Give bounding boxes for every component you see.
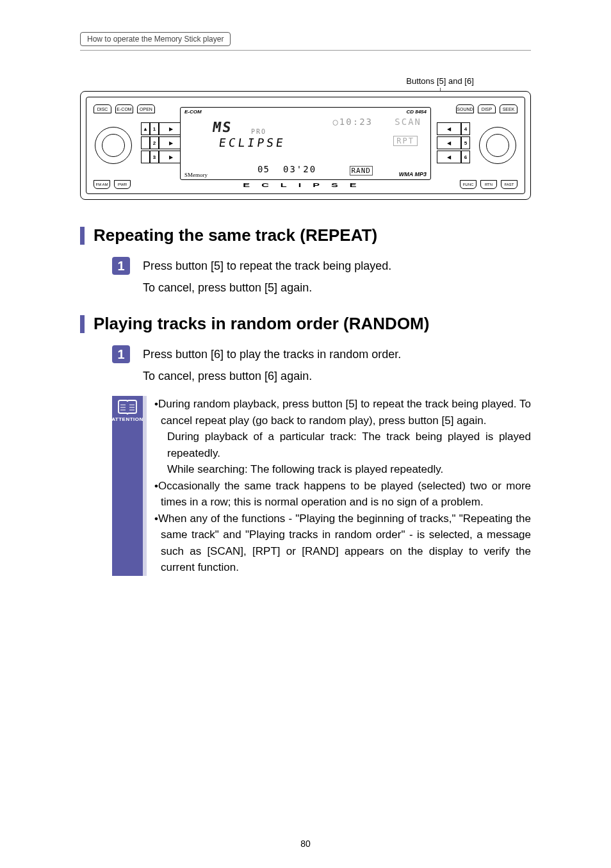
preset-1: 1 <box>150 122 159 135</box>
preset-5: 5 <box>461 136 470 149</box>
screen-sub: PRO <box>251 128 266 135</box>
disp-button: DISP <box>478 104 496 113</box>
attention-box: ATTENTION •During random playback, press… <box>112 396 531 576</box>
top-left-buttons: DISC E-COM OPEN <box>94 104 155 113</box>
bottom-right-buttons: FUNC RTN FAST <box>460 180 517 189</box>
step-instruction: Press button [6] to play the tracks in r… <box>143 348 401 361</box>
attention-badge: ATTENTION <box>112 396 143 576</box>
left-knob <box>95 127 132 164</box>
attention-bullet: •When any of the functions - "Playing th… <box>154 511 531 576</box>
left-presets: ▲1▶ 2▶ 3▶ <box>141 122 183 163</box>
attention-label: ATTENTION <box>111 416 143 422</box>
preset-6: 6 <box>461 151 470 163</box>
attention-subline: During playback of a particular track: T… <box>154 429 531 461</box>
top-right-buttons: SOUND DISP SEEK <box>456 104 517 113</box>
step-row: 1 Press button [5] to repeat the track b… <box>112 257 531 275</box>
right-presets: ◀4 ◀5 ◀6 <box>437 122 470 163</box>
section-body: To cancel, press button [6] again. <box>143 370 531 383</box>
fast-button: FAST <box>501 180 517 189</box>
pwr-button: PWR <box>114 180 131 189</box>
lcd-screen: E-COM CD 8454 MS PRO ○10:23 SCAN ECLIPSE… <box>180 107 431 180</box>
section-heading-repeat: Repeating the same track (REPEAT) <box>80 225 531 245</box>
section-body: To cancel, press button [5] again. <box>143 281 531 295</box>
attention-bullet: •During random playback, press button [5… <box>154 396 531 429</box>
section-accent-bar <box>80 227 85 245</box>
screen-brand-tl: E-COM <box>184 109 202 115</box>
screen-rpt: RPT <box>393 136 418 146</box>
diagram-annotation: Buttons [5] and [6] <box>349 76 531 86</box>
disc-button: DISC <box>94 104 111 113</box>
right-knob <box>479 127 516 164</box>
device-diagram: DISC E-COM OPEN SOUND DISP SEEK ▲1▶ 2▶ 3… <box>80 91 531 200</box>
screen-memory-label: SMemory <box>184 172 208 178</box>
attention-content: •During random playback, press button [5… <box>147 396 531 576</box>
step-row: 1 Press button [6] to play the tracks in… <box>112 345 531 363</box>
header-rule <box>80 50 531 51</box>
section-heading-random: Playing tracks in random order (RANDOM) <box>80 314 531 334</box>
seek-button: SEEK <box>500 104 517 113</box>
screen-elapsed: 03'20 <box>283 164 316 174</box>
step-number-badge: 1 <box>112 345 130 363</box>
preset-4: 4 <box>461 122 470 135</box>
step-number-badge: 1 <box>112 257 130 275</box>
device-brand: ECLIPSE <box>243 182 368 188</box>
bottom-left-buttons: FM AM PWR <box>94 180 131 189</box>
ecom-button: E-COM <box>115 104 133 113</box>
section-title: Repeating the same track (REPEAT) <box>94 225 377 245</box>
annotation-text: Buttons [5] and [6] <box>406 76 474 86</box>
fm-am-button: FM AM <box>94 180 110 189</box>
attention-subline: While searching: The following track is … <box>154 461 531 478</box>
preset-3: 3 <box>150 151 159 163</box>
screen-mode: MS <box>211 119 233 135</box>
rtn-button: RTN <box>480 180 497 189</box>
screen-clock: ○10:23 <box>332 117 373 127</box>
func-button: FUNC <box>460 180 477 189</box>
screen-rand: RAND <box>350 166 373 176</box>
screen-scan: SCAN <box>395 117 421 127</box>
preset-2: 2 <box>150 136 159 149</box>
screen-format-icons: WMA MP3 <box>399 171 427 177</box>
sound-button: SOUND <box>456 104 474 113</box>
book-icon <box>117 400 138 415</box>
breadcrumb: How to operate the Memory Stick player <box>80 32 231 46</box>
attention-bullet: •Occasionally the same track happens to … <box>154 478 531 511</box>
screen-folder: ECLIPSE <box>218 136 287 149</box>
step-instruction: Press button [5] to repeat the track bei… <box>143 259 391 273</box>
screen-brand-tr: CD 8454 <box>406 109 427 115</box>
screen-track: 05 <box>257 164 270 174</box>
open-button: OPEN <box>137 104 155 113</box>
section-accent-bar <box>80 315 85 333</box>
section-title: Playing tracks in random order (RANDOM) <box>94 314 429 334</box>
page-number: 80 <box>300 839 311 849</box>
